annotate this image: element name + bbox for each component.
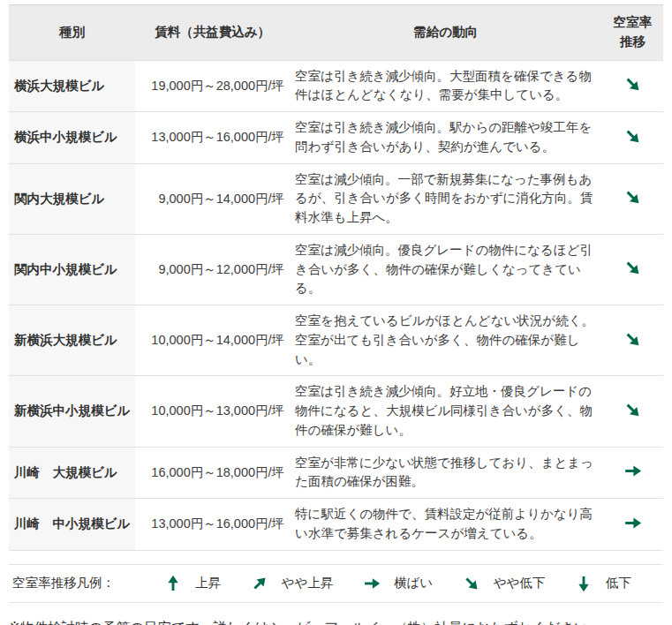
right-arrow-icon	[623, 462, 642, 480]
table-row: 川崎 中小規模ビル 13,000円～16,000円/坪 特に駅近くの物件で、賃料…	[9, 499, 663, 551]
rent-cell: 16,000円～18,000円/坪	[135, 447, 290, 499]
rent-cell: 19,000円～28,000円/坪	[135, 60, 290, 112]
table-row: 関内大規模ビル 9,000円～14,000円/坪 空室は減少傾向。一部で新規募集…	[9, 163, 663, 234]
vacancy-trend-cell	[601, 60, 663, 112]
down-arrow-icon	[575, 575, 593, 592]
vacancy-trend-cell	[601, 447, 663, 499]
down-right-arrow-icon	[623, 75, 642, 94]
right-arrow-icon	[623, 514, 642, 532]
down-right-arrow-icon	[463, 575, 480, 592]
legend-item-label: 上昇	[195, 575, 221, 591]
building-type-cell: 横浜大規模ビル	[9, 60, 135, 112]
table-row: 新横浜中小規模ビル 10,000円～13,000円/坪 空室は引き続き減少傾向。…	[9, 376, 663, 447]
rent-cell: 9,000円～14,000円/坪	[135, 163, 290, 234]
trend-description-cell: 特に駅近くの物件で、賃料設定が従前よりかなり高い水準で募集されるケースが増えてい…	[290, 499, 601, 551]
legend-item-label: やや低下	[494, 575, 546, 591]
building-type-cell: 川崎 中小規模ビル	[9, 499, 135, 551]
vacancy-trend-cell	[601, 112, 663, 164]
trend-description-cell: 空室は引き続き減少傾向。好立地・優良グレードの物件になると、大規模ビル同様引き合…	[290, 376, 601, 447]
footnote-text: ※物件検討時の予算の目安です。詳しくはシービーアールイー（株）社員におたずねくだ…	[9, 618, 663, 625]
legend-item-label: やや上昇	[282, 575, 334, 591]
rent-cell: 13,000円～16,000円/坪	[135, 499, 290, 551]
rent-cell: 10,000円～14,000円/坪	[135, 305, 290, 376]
table-row: 川崎 大規模ビル 16,000円～18,000円/坪 空室が非常に少ない状態で推…	[9, 447, 663, 499]
legend-title: 空室率推移凡例：	[12, 575, 164, 591]
table-row: 横浜大規模ビル 19,000円～28,000円/坪 空室は引き続き減少傾向。大型…	[9, 60, 663, 112]
building-type-cell: 川崎 大規模ビル	[9, 447, 135, 499]
down-right-arrow-icon	[623, 259, 642, 277]
column-header-vacancy-trend: 空室率 推移	[601, 5, 663, 61]
vacancy-trend-legend: 空室率推移凡例： 上昇 やや上昇 横ばい やや低下 低下	[9, 564, 663, 603]
down-right-arrow-icon	[623, 401, 642, 419]
down-right-arrow-icon	[623, 330, 642, 349]
rent-cell: 13,000円～16,000円/坪	[135, 112, 290, 164]
right-arrow-icon	[363, 575, 381, 592]
trend-description-cell: 空室が非常に少ない状態で推移しており、まとまった面積の確保が困難。	[290, 447, 601, 499]
building-type-cell: 関内大規模ビル	[9, 163, 135, 234]
vacancy-trend-cell	[601, 499, 663, 551]
trend-description-cell: 空室は引き続き減少傾向。駅からの距離や竣工年を問わず引き合いがあり、契約が進んで…	[290, 112, 601, 164]
rent-cell: 10,000円～13,000円/坪	[135, 376, 290, 447]
legend-item: 横ばい	[363, 575, 433, 592]
up-arrow-icon	[164, 575, 182, 592]
legend-item: やや低下	[463, 575, 546, 592]
table-row: 関内中小規模ビル 9,000円～12,000円/坪 空室は減少傾向。優良グレード…	[9, 234, 663, 305]
rent-cell: 9,000円～12,000円/坪	[135, 234, 290, 305]
up-right-arrow-icon	[251, 575, 268, 592]
building-type-cell: 新横浜中小規模ビル	[9, 376, 135, 447]
down-right-arrow-icon	[623, 127, 642, 146]
legend-item: 上昇	[164, 575, 221, 592]
legend-item-label: 横ばい	[394, 575, 433, 591]
trend-description-cell: 空室は減少傾向。優良グレードの物件になるほど引き合いが多く、物件の確保が難しくな…	[290, 234, 601, 305]
down-right-arrow-icon	[623, 188, 642, 207]
column-header-demand-trend: 需給の動向	[290, 5, 601, 61]
vacancy-trend-cell	[601, 376, 663, 447]
building-type-cell: 関内中小規模ビル	[9, 234, 135, 305]
legend-item: やや上昇	[251, 575, 334, 592]
table-row: 横浜中小規模ビル 13,000円～16,000円/坪 空室は引き続き減少傾向。駅…	[9, 112, 663, 164]
legend-item-label: 低下	[606, 575, 631, 591]
office-rent-report: 種別 賃料（共益費込み） 需給の動向 空室率 推移 横浜大規模ビル 19,000…	[0, 0, 672, 625]
column-header-type: 種別	[9, 5, 135, 61]
building-type-cell: 横浜中小規模ビル	[9, 112, 135, 164]
table-row: 新横浜大規模ビル 10,000円～14,000円/坪 空室を抱えているビルがほと…	[9, 305, 663, 376]
trend-description-cell: 空室は引き続き減少傾向。大型面積を確保できる物件はほとんどなくなり、需要が集中し…	[290, 60, 601, 112]
trend-description-cell: 空室は減少傾向。一部で新規募集になった事例もあるが、引き合いが多く時間をおかずに…	[290, 163, 601, 234]
office-rent-table: 種別 賃料（共益費込み） 需給の動向 空室率 推移 横浜大規模ビル 19,000…	[9, 4, 663, 551]
vacancy-trend-cell	[601, 234, 663, 305]
building-type-cell: 新横浜大規模ビル	[9, 305, 135, 376]
trend-description-cell: 空室を抱えているビルがほとんどない状況が続く。空室が出ても引き合いが多く、物件の…	[290, 305, 601, 376]
column-header-rent: 賃料（共益費込み）	[135, 5, 290, 61]
vacancy-trend-cell	[601, 163, 663, 234]
table-header: 種別 賃料（共益費込み） 需給の動向 空室率 推移	[9, 5, 663, 61]
legend-item: 低下	[575, 575, 631, 592]
vacancy-trend-cell	[601, 305, 663, 376]
legend-items: 上昇 やや上昇 横ばい やや低下 低下	[164, 575, 631, 592]
